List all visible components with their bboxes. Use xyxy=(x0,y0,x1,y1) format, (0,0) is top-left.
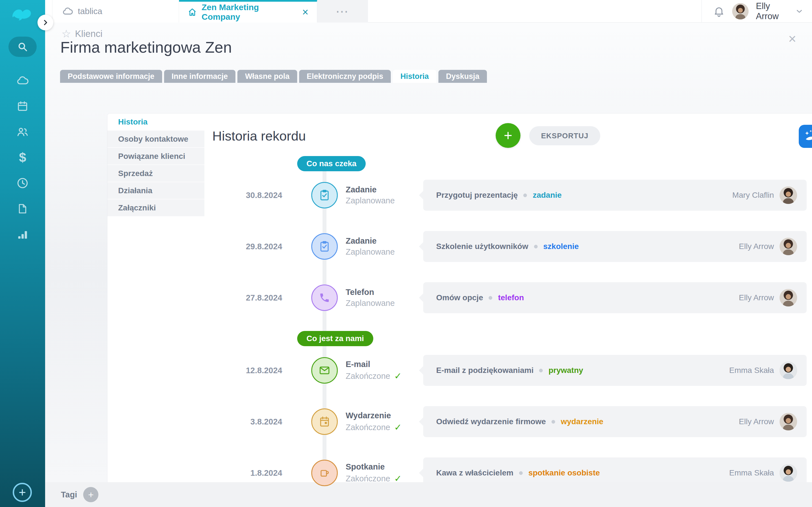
sidebar-item-board[interactable] xyxy=(0,68,45,93)
sidebar-add-button[interactable]: + xyxy=(13,483,32,502)
tab-record-active[interactable]: Zen Marketing Company × xyxy=(179,0,317,22)
activity-card[interactable]: Szkolenie użytkowników szkolenie Elly Ar… xyxy=(423,231,807,262)
dot-separator-icon xyxy=(552,420,555,424)
subnav-item-powiazane-klienci[interactable]: Powiązane klienci xyxy=(107,148,204,165)
tags-label: Tagi xyxy=(61,490,77,499)
user-menu[interactable]: Elly Arrow xyxy=(702,0,812,22)
activity-tag[interactable]: wydarzenie xyxy=(561,417,603,426)
activity-status: Zaplanowane xyxy=(346,298,395,308)
tab-record-label: Zen Marketing Company xyxy=(202,3,298,22)
sidebar-item-sales[interactable]: $ xyxy=(0,145,45,170)
record-close-icon[interactable]: × xyxy=(788,32,796,46)
export-button[interactable]: EKSPORTUJ xyxy=(529,126,600,145)
calendar-icon xyxy=(16,100,29,112)
chevron-down-icon[interactable] xyxy=(795,7,804,15)
user-avatar[interactable] xyxy=(732,3,749,19)
activity-type: Spotkanie xyxy=(346,462,402,471)
owner-avatar xyxy=(779,464,797,482)
activity-date: 3.8.2024 xyxy=(209,406,282,437)
add-activity-button[interactable]: + xyxy=(496,123,520,148)
email-icon xyxy=(311,357,338,384)
sidebar-item-history[interactable] xyxy=(0,170,45,196)
add-tag-button[interactable]: + xyxy=(83,487,98,502)
tab-dyskusja[interactable]: Dyskusja xyxy=(439,70,487,83)
subnav-item-osoby-kontaktowe[interactable]: Osoby kontaktowe xyxy=(107,131,204,148)
sidebar-item-calendar[interactable] xyxy=(0,93,45,119)
activity-tag[interactable]: telefon xyxy=(498,293,524,302)
activity-date: 12.8.2024 xyxy=(209,355,282,386)
phone-icon xyxy=(311,284,338,311)
ai-assistant-button[interactable] xyxy=(799,125,812,148)
sidebar-item-reports[interactable] xyxy=(0,221,45,247)
timeline-badge-past: Co jest za nami xyxy=(297,331,373,346)
activity-title: E-mail z podziękowaniami xyxy=(436,366,534,375)
activity-date: 29.8.2024 xyxy=(209,231,282,262)
activity-date: 30.8.2024 xyxy=(209,180,282,211)
owner-avatar xyxy=(779,238,797,255)
page-title: Firma marketingowa Zen xyxy=(60,38,232,56)
activity-owner: Emma Skała xyxy=(729,468,774,477)
activity-title: Odwiedź wydarzenie firmowe xyxy=(436,417,546,426)
subnav-item-historia[interactable]: Historia xyxy=(107,114,204,131)
activity-owner: Emma Skała xyxy=(729,366,774,375)
timeline-badge-upcoming: Co nas czeka xyxy=(297,156,366,171)
activity-status: Zakończone xyxy=(346,422,390,432)
owner-avatar xyxy=(779,362,797,379)
dot-separator-icon xyxy=(523,193,527,197)
activity-tag[interactable]: szkolenie xyxy=(543,242,579,251)
sidebar-item-documents[interactable] xyxy=(0,196,45,221)
sidebar-nav: $ xyxy=(0,68,45,247)
dot-separator-icon xyxy=(489,296,492,300)
timeline-row: 30.8.2024 Zadanie Zaplanowane Przygotuj … xyxy=(107,180,812,211)
clock-icon xyxy=(16,177,29,189)
done-check-icon: ✓ xyxy=(394,422,402,433)
tab-board[interactable]: tablica xyxy=(52,0,179,22)
activity-card[interactable]: E-mail z podziękowaniami prywatny Emma S… xyxy=(423,355,807,386)
bell-icon[interactable] xyxy=(713,5,725,17)
tab-historia[interactable]: Historia xyxy=(393,70,437,83)
event-icon xyxy=(311,408,338,435)
dot-separator-icon xyxy=(534,245,538,248)
done-check-icon: ✓ xyxy=(394,371,402,381)
activity-owner: Elly Arrow xyxy=(739,417,774,426)
tab-board-label: tablica xyxy=(78,6,102,16)
activity-card[interactable]: Odwiedź wydarzenie firmowe wydarzenie El… xyxy=(423,406,807,437)
timeline-line xyxy=(322,164,326,495)
activity-status: Zaplanowane xyxy=(346,247,395,257)
people-icon xyxy=(16,125,29,138)
activity-card[interactable]: Omów opcje telefon Elly Arrow xyxy=(423,282,807,313)
tab-close-icon[interactable]: × xyxy=(302,6,308,18)
task-icon xyxy=(311,182,338,209)
activity-owner: Elly Arrow xyxy=(739,242,774,251)
activity-date: 27.8.2024 xyxy=(209,282,282,313)
activity-tag[interactable]: prywatny xyxy=(548,366,583,375)
tab-inne-informacje[interactable]: Inne informacje xyxy=(164,70,236,83)
owner-avatar xyxy=(779,186,797,204)
activity-title: Przygotuj prezentację xyxy=(436,191,518,200)
dot-separator-icon xyxy=(519,471,523,475)
tab-podstawowe-informacje[interactable]: Podstawowe informacje xyxy=(60,70,162,83)
home-icon xyxy=(188,7,197,17)
timeline-row: 3.8.2024 Wydarzenie Zakończone✓ Odwiedź … xyxy=(107,406,812,437)
app-logo-whale-icon[interactable] xyxy=(10,6,36,22)
history-panel: Historia Osoby kontaktowe Powiązane klie… xyxy=(107,113,812,496)
tab-elektroniczny-podpis[interactable]: Elektroniczny podpis xyxy=(299,70,391,83)
tab-wlasne-pola[interactable]: Własne pola xyxy=(238,70,297,83)
activity-card[interactable]: Przygotuj prezentację zadanie Mary Clafl… xyxy=(423,180,807,211)
sidebar-item-contacts[interactable] xyxy=(0,119,45,145)
cloud-icon xyxy=(16,74,29,87)
activity-tag[interactable]: zadanie xyxy=(532,191,562,200)
tabs-more-button[interactable]: ⋯ xyxy=(317,0,368,22)
activity-type: Zadanie xyxy=(346,185,395,194)
app-sidebar: $ + xyxy=(0,0,45,507)
timeline-row: 12.8.2024 E-mail Zakończone✓ E-mail z po… xyxy=(107,355,812,386)
activity-title: Szkolenie użytkowników xyxy=(436,242,528,251)
sidebar-expand-button[interactable] xyxy=(38,15,53,31)
sidebar-item-search[interactable] xyxy=(8,37,37,57)
breadcrumb-label[interactable]: Klienci xyxy=(75,29,102,39)
activity-status: Zaplanowane xyxy=(346,196,395,205)
activity-type: E-mail xyxy=(346,360,402,369)
activity-owner: Mary Claflin xyxy=(732,191,774,200)
user-name: Elly Arrow xyxy=(756,1,788,21)
activity-tag[interactable]: spotkanie osobiste xyxy=(528,468,600,477)
